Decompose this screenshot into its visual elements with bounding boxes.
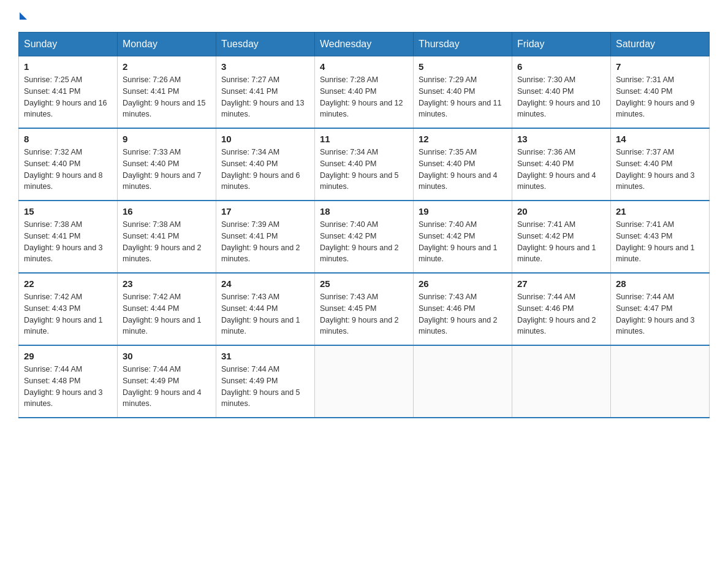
day-info: Sunrise: 7:35 AM Sunset: 4:40 PM Dayligh…	[419, 147, 507, 193]
day-info: Sunrise: 7:42 AM Sunset: 4:43 PM Dayligh…	[24, 291, 112, 337]
calendar-week-1: 1 Sunrise: 7:25 AM Sunset: 4:41 PM Dayli…	[19, 56, 710, 129]
day-number: 31	[221, 351, 309, 361]
calendar-week-2: 8 Sunrise: 7:32 AM Sunset: 4:40 PM Dayli…	[19, 128, 710, 201]
day-info: Sunrise: 7:41 AM Sunset: 4:43 PM Dayligh…	[616, 219, 704, 265]
day-number: 24	[221, 278, 309, 289]
day-info: Sunrise: 7:44 AM Sunset: 4:46 PM Dayligh…	[517, 291, 605, 337]
calendar-day-25: 25 Sunrise: 7:43 AM Sunset: 4:45 PM Dayl…	[315, 273, 414, 345]
empty-cell	[611, 345, 710, 418]
calendar-day-17: 17 Sunrise: 7:39 AM Sunset: 4:41 PM Dayl…	[216, 201, 315, 273]
day-number: 18	[320, 206, 408, 216]
calendar-day-7: 7 Sunrise: 7:31 AM Sunset: 4:40 PM Dayli…	[611, 56, 710, 129]
calendar-day-4: 4 Sunrise: 7:28 AM Sunset: 4:40 PM Dayli…	[315, 56, 414, 129]
day-info: Sunrise: 7:34 AM Sunset: 4:40 PM Dayligh…	[320, 147, 408, 193]
day-info: Sunrise: 7:44 AM Sunset: 4:48 PM Dayligh…	[24, 364, 112, 410]
day-number: 5	[419, 61, 507, 72]
day-info: Sunrise: 7:34 AM Sunset: 4:40 PM Dayligh…	[221, 147, 309, 193]
calendar-day-31: 31 Sunrise: 7:44 AM Sunset: 4:49 PM Dayl…	[216, 345, 315, 418]
calendar-day-8: 8 Sunrise: 7:32 AM Sunset: 4:40 PM Dayli…	[19, 128, 118, 201]
calendar-day-27: 27 Sunrise: 7:44 AM Sunset: 4:46 PM Dayl…	[512, 273, 611, 345]
day-number: 7	[616, 61, 704, 72]
day-header-friday: Friday	[512, 33, 611, 56]
day-info: Sunrise: 7:27 AM Sunset: 4:41 PM Dayligh…	[221, 74, 309, 120]
day-number: 6	[517, 61, 605, 72]
day-number: 4	[320, 61, 408, 72]
calendar-day-11: 11 Sunrise: 7:34 AM Sunset: 4:40 PM Dayl…	[315, 128, 414, 201]
day-number: 12	[419, 134, 507, 144]
day-number: 17	[221, 206, 309, 216]
day-info: Sunrise: 7:43 AM Sunset: 4:46 PM Dayligh…	[419, 291, 507, 337]
day-number: 8	[24, 134, 112, 144]
day-number: 21	[616, 206, 704, 216]
day-header-saturday: Saturday	[611, 33, 710, 56]
calendar-day-23: 23 Sunrise: 7:42 AM Sunset: 4:44 PM Dayl…	[118, 273, 216, 345]
day-info: Sunrise: 7:44 AM Sunset: 4:49 PM Dayligh…	[123, 364, 211, 410]
day-info: Sunrise: 7:29 AM Sunset: 4:40 PM Dayligh…	[419, 74, 507, 120]
calendar-day-3: 3 Sunrise: 7:27 AM Sunset: 4:41 PM Dayli…	[216, 56, 315, 129]
day-number: 15	[24, 206, 112, 216]
day-info: Sunrise: 7:26 AM Sunset: 4:41 PM Dayligh…	[123, 74, 211, 120]
day-number: 13	[517, 134, 605, 144]
calendar-day-12: 12 Sunrise: 7:35 AM Sunset: 4:40 PM Dayl…	[414, 128, 512, 201]
calendar-table: SundayMondayTuesdayWednesdayThursdayFrid…	[18, 32, 710, 418]
day-info: Sunrise: 7:38 AM Sunset: 4:41 PM Dayligh…	[123, 219, 211, 265]
logo	[18, 12, 27, 20]
day-number: 19	[419, 206, 507, 216]
calendar-day-6: 6 Sunrise: 7:30 AM Sunset: 4:40 PM Dayli…	[512, 56, 611, 129]
calendar-day-5: 5 Sunrise: 7:29 AM Sunset: 4:40 PM Dayli…	[414, 56, 512, 129]
day-info: Sunrise: 7:28 AM Sunset: 4:40 PM Dayligh…	[320, 74, 408, 120]
calendar-day-20: 20 Sunrise: 7:41 AM Sunset: 4:42 PM Dayl…	[512, 201, 611, 273]
day-info: Sunrise: 7:32 AM Sunset: 4:40 PM Dayligh…	[24, 147, 112, 193]
calendar-day-14: 14 Sunrise: 7:37 AM Sunset: 4:40 PM Dayl…	[611, 128, 710, 201]
day-number: 2	[123, 61, 211, 72]
empty-cell	[414, 345, 512, 418]
calendar-day-30: 30 Sunrise: 7:44 AM Sunset: 4:49 PM Dayl…	[118, 345, 216, 418]
calendar-day-18: 18 Sunrise: 7:40 AM Sunset: 4:42 PM Dayl…	[315, 201, 414, 273]
days-header-row: SundayMondayTuesdayWednesdayThursdayFrid…	[19, 33, 710, 56]
calendar-day-19: 19 Sunrise: 7:40 AM Sunset: 4:42 PM Dayl…	[414, 201, 512, 273]
day-number: 27	[517, 278, 605, 289]
day-number: 14	[616, 134, 704, 144]
calendar-day-16: 16 Sunrise: 7:38 AM Sunset: 4:41 PM Dayl…	[118, 201, 216, 273]
day-info: Sunrise: 7:40 AM Sunset: 4:42 PM Dayligh…	[320, 219, 408, 265]
calendar-day-1: 1 Sunrise: 7:25 AM Sunset: 4:41 PM Dayli…	[19, 56, 118, 129]
day-number: 26	[419, 278, 507, 289]
empty-cell	[512, 345, 611, 418]
day-number: 25	[320, 278, 408, 289]
day-info: Sunrise: 7:44 AM Sunset: 4:47 PM Dayligh…	[616, 291, 704, 337]
day-number: 9	[123, 134, 211, 144]
calendar-body: 1 Sunrise: 7:25 AM Sunset: 4:41 PM Dayli…	[19, 56, 710, 418]
day-info: Sunrise: 7:30 AM Sunset: 4:40 PM Dayligh…	[517, 74, 605, 120]
day-number: 29	[24, 351, 112, 361]
day-number: 16	[123, 206, 211, 216]
calendar-day-15: 15 Sunrise: 7:38 AM Sunset: 4:41 PM Dayl…	[19, 201, 118, 273]
logo-triangle-icon	[20, 12, 27, 20]
day-header-tuesday: Tuesday	[216, 33, 315, 56]
calendar-day-2: 2 Sunrise: 7:26 AM Sunset: 4:41 PM Dayli…	[118, 56, 216, 129]
page-header	[18, 12, 710, 20]
calendar-day-26: 26 Sunrise: 7:43 AM Sunset: 4:46 PM Dayl…	[414, 273, 512, 345]
day-header-thursday: Thursday	[414, 33, 512, 56]
calendar-header: SundayMondayTuesdayWednesdayThursdayFrid…	[19, 33, 710, 56]
day-number: 10	[221, 134, 309, 144]
day-info: Sunrise: 7:44 AM Sunset: 4:49 PM Dayligh…	[221, 364, 309, 410]
empty-cell	[315, 345, 414, 418]
day-number: 30	[123, 351, 211, 361]
day-info: Sunrise: 7:43 AM Sunset: 4:45 PM Dayligh…	[320, 291, 408, 337]
calendar-day-13: 13 Sunrise: 7:36 AM Sunset: 4:40 PM Dayl…	[512, 128, 611, 201]
day-number: 22	[24, 278, 112, 289]
calendar-day-21: 21 Sunrise: 7:41 AM Sunset: 4:43 PM Dayl…	[611, 201, 710, 273]
day-number: 23	[123, 278, 211, 289]
day-info: Sunrise: 7:37 AM Sunset: 4:40 PM Dayligh…	[616, 147, 704, 193]
day-header-wednesday: Wednesday	[315, 33, 414, 56]
calendar-day-24: 24 Sunrise: 7:43 AM Sunset: 4:44 PM Dayl…	[216, 273, 315, 345]
calendar-day-9: 9 Sunrise: 7:33 AM Sunset: 4:40 PM Dayli…	[118, 128, 216, 201]
day-info: Sunrise: 7:33 AM Sunset: 4:40 PM Dayligh…	[123, 147, 211, 193]
day-number: 28	[616, 278, 704, 289]
calendar-day-28: 28 Sunrise: 7:44 AM Sunset: 4:47 PM Dayl…	[611, 273, 710, 345]
day-number: 1	[24, 61, 112, 72]
day-info: Sunrise: 7:40 AM Sunset: 4:42 PM Dayligh…	[419, 219, 507, 265]
calendar-day-10: 10 Sunrise: 7:34 AM Sunset: 4:40 PM Dayl…	[216, 128, 315, 201]
calendar-day-22: 22 Sunrise: 7:42 AM Sunset: 4:43 PM Dayl…	[19, 273, 118, 345]
day-info: Sunrise: 7:31 AM Sunset: 4:40 PM Dayligh…	[616, 74, 704, 120]
